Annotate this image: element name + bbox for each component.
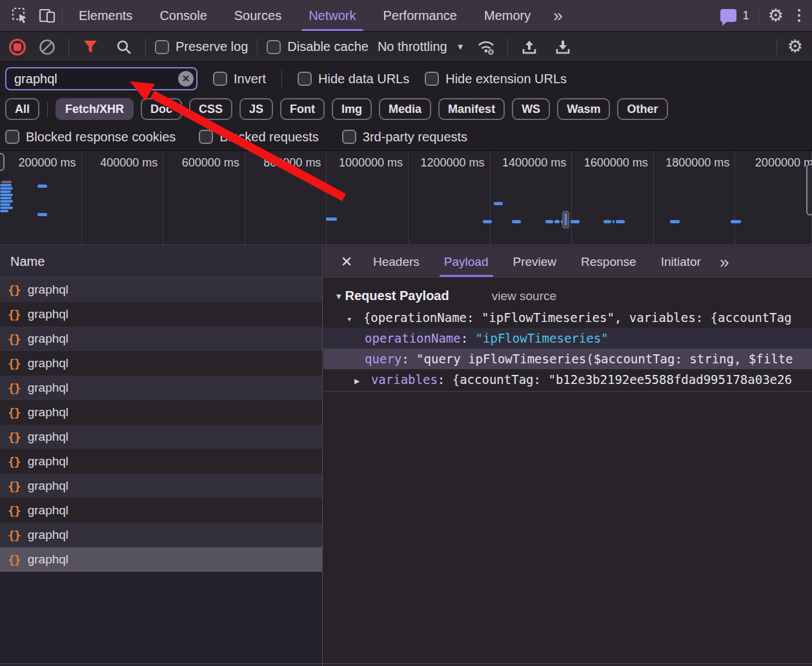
preserve-log-label: Preserve log bbox=[176, 39, 248, 54]
blocked-response-cookies-checkbox[interactable]: Blocked response cookies bbox=[5, 130, 176, 145]
json-braces-icon: {} bbox=[8, 406, 21, 419]
payload-root-row[interactable]: ▾ {operationName: "ipFlowTimeseries", va… bbox=[323, 307, 812, 328]
timeline-tick: 2000000 ms bbox=[735, 151, 812, 245]
clear-filter-icon[interactable]: ✕ bbox=[178, 71, 194, 86]
panel-tab[interactable]: Network bbox=[295, 0, 369, 31]
request-row[interactable]: {} graphql bbox=[0, 523, 322, 547]
request-row[interactable]: {} graphql bbox=[0, 351, 322, 376]
invert-checkbox[interactable]: Invert bbox=[213, 72, 266, 86]
clear-icon bbox=[38, 38, 56, 56]
disable-cache-checkbox[interactable]: Disable cache bbox=[267, 39, 369, 54]
detail-tab[interactable]: Headers bbox=[361, 246, 432, 278]
detail-tab[interactable]: Response bbox=[569, 246, 649, 278]
request-row[interactable]: {} graphql bbox=[0, 376, 322, 400]
clear-network-log-button[interactable] bbox=[35, 35, 59, 59]
key-separator: : bbox=[438, 372, 452, 387]
toolbar-separator bbox=[507, 39, 508, 56]
request-row[interactable]: {} graphql bbox=[0, 278, 322, 302]
request-row[interactable]: {} graphql bbox=[0, 498, 322, 523]
search-network-button[interactable] bbox=[112, 35, 136, 59]
request-type-chip[interactable]: CSS bbox=[189, 98, 232, 120]
query-row[interactable]: query: "query ipFlowTimeseries($accountT… bbox=[323, 348, 812, 369]
request-type-chip[interactable]: Media bbox=[379, 98, 431, 120]
checkbox-box bbox=[342, 130, 356, 144]
panel-tab[interactable]: Elements bbox=[65, 0, 146, 31]
request-payload-section[interactable]: ▾ Request Payload view source bbox=[323, 279, 812, 307]
panel-tab[interactable]: Performance bbox=[370, 0, 471, 31]
json-braces-icon: {} bbox=[8, 381, 21, 395]
request-type-chip[interactable]: Manifest bbox=[438, 98, 505, 120]
detail-tab[interactable]: Initiator bbox=[649, 246, 713, 278]
request-type-chip[interactable]: Wasm bbox=[557, 98, 610, 120]
checkbox-box bbox=[213, 72, 227, 86]
request-type-chip[interactable]: Font bbox=[280, 98, 325, 120]
request-name: graphql bbox=[28, 430, 68, 444]
timeline-bar bbox=[512, 220, 521, 223]
request-type-chip[interactable]: Fetch/XHR bbox=[56, 98, 134, 120]
json-braces-icon: {} bbox=[8, 504, 21, 518]
export-har-button[interactable] bbox=[551, 35, 575, 59]
request-type-chip[interactable]: Other bbox=[617, 98, 667, 120]
close-details-button[interactable]: ✕ bbox=[332, 246, 361, 278]
invert-label: Invert bbox=[234, 72, 266, 86]
third-party-requests-checkbox[interactable]: 3rd-party requests bbox=[342, 130, 467, 145]
request-row[interactable]: {} graphql bbox=[0, 302, 322, 327]
request-name: graphql bbox=[28, 356, 68, 370]
download-icon bbox=[554, 39, 571, 56]
request-name: graphql bbox=[28, 332, 68, 346]
json-braces-icon: {} bbox=[8, 479, 21, 493]
checkbox-box bbox=[425, 72, 439, 86]
throttling-dropdown[interactable]: No throttling ▼ bbox=[378, 39, 465, 54]
view-source-link[interactable]: view source bbox=[492, 289, 556, 303]
preserve-log-checkbox[interactable]: Preserve log bbox=[155, 39, 248, 54]
panel-tab[interactable]: Console bbox=[146, 0, 220, 31]
request-row[interactable]: {} graphql bbox=[0, 400, 322, 425]
import-har-button[interactable] bbox=[517, 35, 542, 59]
request-row[interactable]: {} graphql bbox=[0, 449, 322, 474]
panel-tab[interactable]: Sources bbox=[221, 0, 295, 31]
throttling-value: No throttling bbox=[378, 39, 447, 54]
issues-counter[interactable]: 1 bbox=[720, 8, 749, 23]
network-conditions-button[interactable] bbox=[474, 35, 498, 59]
hide-data-urls-checkbox[interactable]: Hide data URLs bbox=[298, 72, 409, 86]
json-braces-icon: {} bbox=[8, 308, 21, 321]
payload-separator bbox=[323, 391, 812, 392]
filter-input[interactable] bbox=[5, 67, 198, 90]
request-type-chip[interactable]: Doc bbox=[141, 98, 182, 120]
name-column-header[interactable]: Name bbox=[0, 246, 322, 278]
settings-gear-icon[interactable]: ⚙ bbox=[768, 7, 784, 25]
variables-row[interactable]: ▶ variables: {accountTag: "b12e3b2192ee5… bbox=[323, 369, 812, 390]
timeline-tick: 1400000 ms bbox=[491, 151, 573, 245]
request-row[interactable]: {} graphql bbox=[0, 425, 322, 449]
json-braces-icon: {} bbox=[8, 455, 21, 469]
request-type-chip[interactable]: JS bbox=[239, 98, 273, 120]
inspect-element-button[interactable] bbox=[8, 3, 32, 28]
request-type-filters: AllFetch/XHRDocCSSJSFontImgMediaManifest… bbox=[0, 95, 812, 123]
timeline-bar bbox=[0, 194, 13, 196]
more-tabs-button[interactable]: » bbox=[547, 6, 567, 26]
operation-name-row[interactable]: operationName: "ipFlowTimeseries" bbox=[323, 328, 812, 348]
record-network-log-button[interactable] bbox=[9, 39, 26, 56]
request-row[interactable]: {} graphql bbox=[0, 327, 322, 351]
more-options-menu[interactable] bbox=[793, 9, 806, 22]
detail-tab[interactable]: Preview bbox=[501, 246, 569, 278]
timeline-tick: 400000 ms bbox=[82, 151, 164, 245]
request-type-chip[interactable]: WS bbox=[512, 98, 550, 120]
window-bottom-edge bbox=[0, 663, 812, 664]
panel-tab[interactable]: Memory bbox=[471, 0, 544, 31]
blocked-requests-checkbox[interactable]: Blocked requests bbox=[199, 130, 318, 145]
hide-extension-urls-checkbox[interactable]: Hide extension URLs bbox=[425, 72, 567, 86]
request-row[interactable]: {} graphql bbox=[0, 474, 322, 498]
more-detail-tabs-button[interactable]: » bbox=[713, 252, 734, 272]
filter-toggle-button[interactable] bbox=[78, 35, 103, 59]
timeline-tick: 1800000 ms bbox=[654, 151, 736, 245]
request-name: graphql bbox=[28, 405, 68, 419]
request-row[interactable]: {} graphql bbox=[0, 547, 322, 572]
timeline-tick: 600000 ms bbox=[163, 151, 245, 245]
request-type-chip[interactable]: Img bbox=[332, 98, 372, 120]
detail-tab[interactable]: Payload bbox=[432, 246, 501, 278]
network-overview-timeline[interactable]: 200000 ms400000 ms600000 ms800000 ms1000… bbox=[0, 151, 812, 245]
device-toolbar-button[interactable] bbox=[35, 3, 59, 28]
network-settings-gear-icon[interactable]: ⚙ bbox=[787, 38, 803, 56]
request-type-chip[interactable]: All bbox=[5, 98, 39, 120]
